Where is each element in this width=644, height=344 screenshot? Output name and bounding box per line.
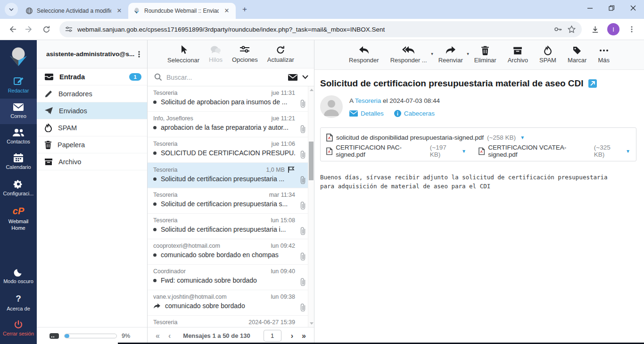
sidebar-item-cerrar-sesion[interactable]: Cerrar sesión xyxy=(0,316,37,344)
message-row[interactable]: Tesorerialun 15:08 Solicitud de certific… xyxy=(148,214,314,239)
threads-button[interactable]: Hilos xyxy=(209,45,223,63)
archive-button[interactable]: Archivo xyxy=(508,46,528,64)
recipient-line: A Tesoreria el 2024-07-03 08:44 xyxy=(349,97,440,104)
to-prefix: A xyxy=(349,97,353,104)
message-row[interactable]: Info, Josefloresjue 11:21 aprobacion de … xyxy=(148,112,314,137)
restore-button[interactable] xyxy=(601,0,622,16)
inbox-icon xyxy=(44,73,54,81)
tab-close-icon[interactable]: ✕ xyxy=(223,7,231,15)
search-input[interactable] xyxy=(166,74,283,81)
message-row[interactable]: Tesoreriamar 11:34 Solicitud de certific… xyxy=(148,188,314,214)
window-controls xyxy=(579,0,644,16)
button-label: Opciones xyxy=(232,56,258,63)
options-button[interactable]: Opciones xyxy=(232,45,258,63)
envelope-icon xyxy=(349,110,358,117)
close-window-button[interactable] xyxy=(622,0,644,16)
sidebar-item-configuracion[interactable]: Configuraci... xyxy=(0,175,37,201)
select-button[interactable]: Seleccionar xyxy=(167,45,199,64)
minimize-button[interactable] xyxy=(579,0,601,16)
message-row[interactable]: Tesoreria2024-06-27 15:39 xyxy=(148,316,314,327)
attachment-item[interactable]: CERTIFICACION PAC-signed.pdf (~197 KB) ▼ xyxy=(326,144,466,158)
next-page-button[interactable]: › xyxy=(290,332,294,340)
message-row[interactable]: cooprotexri@hotmail.comlun 09:42 comunic… xyxy=(148,239,314,265)
headers-toggle[interactable]: Cabeceras xyxy=(394,110,435,117)
message-row[interactable]: Tesoreriajue 11:06 SOLICITUD DE CERTIFIC… xyxy=(148,137,314,163)
downloads-button[interactable] xyxy=(587,22,603,37)
message-row-selected[interactable]: Tesoreria 1,0 MB Solicitud de certificac… xyxy=(148,163,314,188)
mark-button[interactable]: Marcar xyxy=(568,46,586,64)
scrollbar-thumb[interactable] xyxy=(309,142,314,180)
reply-all-button[interactable]: Responder ... ▾ xyxy=(390,46,427,64)
forward-dropdown-caret[interactable]: ▾ xyxy=(467,51,469,56)
message-row[interactable]: vane.v.joshtin@hotmail.comlun 09:38 comu… xyxy=(148,290,314,316)
delete-button[interactable]: Eliminar xyxy=(474,46,496,64)
message-size: 1,0 MB xyxy=(266,167,285,173)
forward-button[interactable] xyxy=(22,22,37,37)
back-button[interactable] xyxy=(5,22,20,37)
details-toggle[interactable]: Detalles xyxy=(349,110,384,117)
password-key-icon[interactable] xyxy=(553,25,562,34)
attachment-item[interactable]: CERTIFICACION VCATEA-signed.pdf (~325 KB… xyxy=(479,144,630,158)
search-scope-mail-icon[interactable] xyxy=(288,74,298,81)
spam-button[interactable]: SPAM xyxy=(539,46,556,64)
trash-icon xyxy=(481,46,489,55)
last-page-button[interactable]: » xyxy=(301,332,307,340)
message-row[interactable]: Tesoreriajue 11:31 Solicitud de aprobaci… xyxy=(148,86,314,112)
list-scrollbar[interactable] xyxy=(308,86,314,327)
tab-search-button[interactable] xyxy=(5,3,18,16)
tab-roundcube-webmail[interactable]: Roundcube Webmail :: Enviados ✕ xyxy=(128,3,236,19)
options-sliders-icon xyxy=(239,45,250,55)
reply-button[interactable]: Responder xyxy=(349,46,379,64)
forward-button-mail[interactable]: Reenviar ▾ xyxy=(438,46,463,64)
browser-profile-avatar[interactable]: I xyxy=(607,23,619,35)
message-sender: Tesoreria xyxy=(153,217,177,224)
attachment-item[interactable]: solicitud de disponibilidad presupuestar… xyxy=(326,134,525,142)
tab-seleccione-actividad[interactable]: Seleccione Actividad a modifica ✕ xyxy=(21,3,128,19)
sidebar-item-webmail-home[interactable]: cP Webmail Home xyxy=(0,201,37,236)
page-number-input[interactable] xyxy=(264,330,281,342)
trash-icon xyxy=(44,141,52,149)
sidebar-item-modo-oscuro[interactable]: Modo oscuro xyxy=(0,264,37,289)
reload-button[interactable] xyxy=(39,22,54,37)
attachment-menu-caret[interactable]: ▼ xyxy=(520,135,525,140)
account-menu-icon[interactable] xyxy=(136,50,142,58)
message-row[interactable]: Coordinadorlun 09:40 Fwd: comunicado sob… xyxy=(148,265,314,290)
sidebar-item-correo[interactable]: Correo xyxy=(0,99,37,124)
sidebar-item-contactos[interactable]: Contactos xyxy=(0,124,37,150)
folder-enviados[interactable]: Enviados xyxy=(37,102,147,119)
folder-entrada[interactable]: Entrada 1 xyxy=(37,68,147,85)
new-tab-button[interactable]: + xyxy=(239,3,251,16)
attachment-icon xyxy=(299,303,306,311)
recipient-link[interactable]: Tesoreria xyxy=(355,97,381,104)
more-button[interactable]: Más xyxy=(598,46,610,64)
folder-papelera[interactable]: Papelera xyxy=(37,136,147,153)
sidebar-item-calendario[interactable]: Calendario xyxy=(0,149,37,175)
refresh-button[interactable]: Actualizar xyxy=(267,45,294,63)
reply-all-dropdown-caret[interactable]: ▾ xyxy=(431,51,433,56)
browser-toolbar: webmail.sanjuan.gob.ec/cpsess1716951899/… xyxy=(0,19,644,40)
sidebar-item-acerca-de[interactable]: ? Acerca de xyxy=(0,289,37,317)
attachment-menu-caret[interactable]: ▼ xyxy=(626,149,630,154)
attachment-icon xyxy=(299,176,306,184)
url-bar[interactable]: webmail.sanjuan.gob.ec/cpsess1716951899/… xyxy=(59,21,582,37)
attachment-menu-caret[interactable]: ▼ xyxy=(462,149,466,154)
first-page-button[interactable]: « xyxy=(155,332,161,340)
search-options-chevron-icon[interactable] xyxy=(302,75,308,79)
prev-page-button[interactable]: ‹ xyxy=(167,332,172,340)
button-label: Responder ... xyxy=(390,57,427,64)
pdf-file-icon xyxy=(326,134,333,142)
tab-close-icon[interactable]: ✕ xyxy=(115,7,124,15)
browser-menu-button[interactable] xyxy=(624,22,639,37)
folder-spam[interactable]: SPAM xyxy=(37,119,147,136)
sidebar-item-redactar[interactable]: Redactar xyxy=(0,72,37,99)
folder-borradores[interactable]: Borradores xyxy=(37,85,147,102)
quota-indicator: 9% xyxy=(37,327,147,344)
open-in-new-window-icon[interactable] xyxy=(588,79,597,88)
scroll-down-arrow[interactable] xyxy=(310,322,314,325)
attachment-icon xyxy=(299,151,306,159)
message-toolbar: Responder Responder ... ▾ Reenviar ▾ Eli… xyxy=(314,40,644,70)
site-info-icon[interactable] xyxy=(65,25,73,33)
bookmark-star-icon[interactable] xyxy=(567,25,576,34)
scroll-up-arrow[interactable] xyxy=(310,89,314,91)
folder-archivo[interactable]: Archivo xyxy=(37,153,147,170)
